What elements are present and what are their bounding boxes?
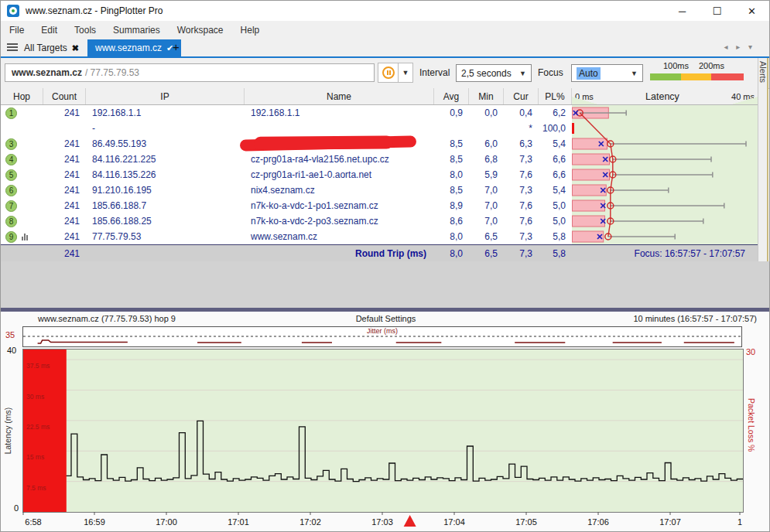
svg-text:17:00: 17:00	[156, 517, 177, 527]
col-header-hop[interactable]: Hop	[1, 88, 43, 104]
col-header-latency[interactable]: 0 ms Latency 40 ms	[572, 88, 758, 104]
menu-item-tools[interactable]: Tools	[66, 25, 104, 36]
table-body: 1241192.168.1.1192.168.1.10,90,00,46,2-*…	[1, 105, 758, 244]
tab-close-icon[interactable]: ✖	[72, 43, 79, 53]
tab-bar: All Targets ✖ www.seznam.cz ✔ + ◂ ▸ ▾	[1, 39, 769, 56]
col-header-cur[interactable]: Cur	[504, 88, 539, 104]
target-input[interactable]: www.seznam.cz / 77.75.79.53	[5, 63, 375, 82]
svg-text:30 ms: 30 ms	[26, 393, 44, 401]
time-axis: 6:5816:5917:0017:0117:0217:0317:0417:051…	[22, 512, 742, 532]
svg-text:7.5 ms: 7.5 ms	[26, 484, 46, 492]
title-bar: www.seznam.cz - PingPlotter Pro ─ ☐ ✕	[1, 1, 769, 21]
col-header-avg[interactable]: Avg	[434, 88, 469, 104]
interval-label: Interval	[419, 67, 450, 78]
hop-row-6[interactable]: 624191.210.16.195nix4.seznam.cz8,57,07,3…	[1, 182, 758, 198]
jitter-strip[interactable]: Jitter (ms)	[22, 326, 742, 347]
hop-number-badge: 9	[5, 231, 17, 243]
maximize-button[interactable]: ☐	[700, 1, 734, 21]
hop-cell: 7	[1, 198, 43, 213]
menu-item-file[interactable]: File	[1, 25, 33, 36]
minimize-button[interactable]: ─	[665, 1, 700, 21]
hop-row-1[interactable]: 1241192.168.1.1192.168.1.10,90,00,46,2	[1, 105, 758, 121]
toolbar: www.seznam.cz / 77.75.79.53 ▼ Interval 2…	[1, 58, 769, 89]
menu-item-help[interactable]: Help	[232, 25, 269, 36]
hop-row-5[interactable]: 524184.116.135.226cz-prg01a-ri1-ae1-0.ao…	[1, 167, 758, 182]
interval-arrow-icon: ▼	[519, 70, 526, 77]
tab-all-targets[interactable]: All Targets ✖	[24, 39, 79, 56]
focused-hop-histogram-icon	[22, 233, 28, 240]
footer-pl: 5,8	[539, 245, 572, 261]
focus-label: Focus	[538, 67, 563, 78]
focus-value: Auto	[577, 67, 601, 80]
scale-red-segment	[711, 73, 744, 80]
latency-axis-top: 40	[7, 346, 16, 355]
col-header-pl[interactable]: PL%	[539, 88, 572, 104]
interval-value: 2,5 seconds	[461, 68, 512, 79]
menu-item-workspace[interactable]: Workspace	[169, 25, 232, 36]
hop-row-3[interactable]: 324186.49.55.1938,56,06,35,4	[1, 136, 758, 152]
scale-200ms-label: 200ms	[699, 61, 724, 70]
svg-text:17:05: 17:05	[515, 517, 537, 527]
latency-time-graph[interactable]: 37.5 ms30 ms22.5 ms15 ms7.5 ms	[22, 349, 744, 513]
alerts-panel-tab[interactable]	[758, 58, 767, 261]
latency-title: Latency	[645, 91, 679, 102]
menu-item-summaries[interactable]: Summaries	[104, 25, 169, 36]
table-footer-row: 241 Round Trip (ms) 8,0 6,5 7,3 5,8 Focu…	[1, 244, 758, 261]
svg-text:17:01: 17:01	[228, 517, 249, 527]
focus-select[interactable]: Auto ▼	[571, 64, 643, 82]
latency-axis-bottom: 0	[14, 503, 19, 513]
svg-text:17:04: 17:04	[443, 517, 465, 527]
hop-cell: 6	[1, 182, 43, 198]
target-host: www.seznam.cz	[12, 67, 82, 78]
latency-0ms-label: 0 ms	[575, 92, 594, 101]
tab-www-seznam-cz[interactable]: www.seznam.cz ✔	[87, 39, 181, 56]
svg-text:15 ms: 15 ms	[26, 453, 44, 461]
col-header-min[interactable]: Min	[469, 88, 504, 104]
tab-scroll-arrows[interactable]: ◂ ▸ ▾	[724, 43, 755, 51]
hop-cell: 9	[1, 229, 43, 244]
window-title: www.seznam.cz - PingPlotter Pro	[26, 5, 163, 16]
hop-row-8[interactable]: 8241185.66.188.25n7k-ko-a-vdc-2-po3.sezn…	[1, 213, 758, 229]
scale-amber-segment	[681, 73, 711, 80]
hop-number-badge: 7	[5, 200, 17, 212]
hop-number-badge: 4	[5, 154, 17, 165]
pingplotter-window: www.seznam.cz - PingPlotter Pro ─ ☐ ✕ Fi…	[0, 0, 770, 532]
scale-green-segment	[650, 73, 681, 80]
latency-40ms-label: 40 ms	[731, 92, 755, 101]
hop-cell	[1, 121, 43, 136]
focus-range-text: Focus: 16:57:57 - 17:07:57	[572, 245, 758, 261]
close-button[interactable]: ✕	[734, 1, 769, 21]
hop-row-9[interactable]: 924177.75.79.53www.seznam.cz8,06,57,35,8	[1, 229, 758, 244]
pause-button[interactable]	[378, 63, 399, 83]
packet-loss-axis-top: 30	[746, 347, 755, 356]
timeline-range-label[interactable]: 10 minutes (16:57:57 - 17:07:57)	[633, 314, 757, 323]
jitter-axis-value: 35	[5, 330, 15, 339]
svg-text:37.5 ms: 37.5 ms	[26, 362, 50, 370]
col-header-name[interactable]: Name	[245, 88, 434, 104]
hop-row-4[interactable]: 424184.116.221.225cz-prg01a-ra4-vla2156.…	[1, 152, 758, 167]
hop-row-blank-1[interactable]: -*100,0	[1, 121, 758, 136]
hop-number-badge: 8	[5, 216, 17, 227]
hop-cell: 5	[1, 167, 43, 182]
pause-icon	[382, 66, 395, 79]
interval-select[interactable]: 2,5 seconds ▼	[456, 64, 532, 82]
new-tab-button[interactable]: +	[173, 40, 180, 53]
pause-dropdown-arrow[interactable]: ▼	[398, 63, 413, 83]
col-header-count[interactable]: Count	[43, 88, 86, 104]
svg-text:1: 1	[737, 517, 742, 527]
col-header-ip[interactable]: IP	[86, 88, 245, 104]
empty-gray-area	[1, 261, 770, 308]
menu-item-edit[interactable]: Edit	[33, 25, 66, 36]
hop-cell: 3	[1, 136, 43, 152]
hop-row-7[interactable]: 7241185.66.188.7n7k-ko-a-vdc-1-po1.sezna…	[1, 198, 758, 213]
hop-number-badge: 1	[5, 107, 17, 119]
focus-arrow-icon: ▼	[631, 70, 638, 77]
footer-cur: 7,3	[504, 245, 539, 261]
hamburger-icon[interactable]	[7, 43, 18, 45]
tab-active-label: www.seznam.cz	[95, 43, 162, 53]
svg-text:6:58: 6:58	[25, 517, 41, 527]
hop-cell: 1	[1, 105, 43, 121]
footer-min: 6,5	[469, 245, 504, 261]
round-trip-label: Round Trip (ms)	[245, 245, 434, 261]
footer-avg: 8,0	[434, 245, 469, 261]
